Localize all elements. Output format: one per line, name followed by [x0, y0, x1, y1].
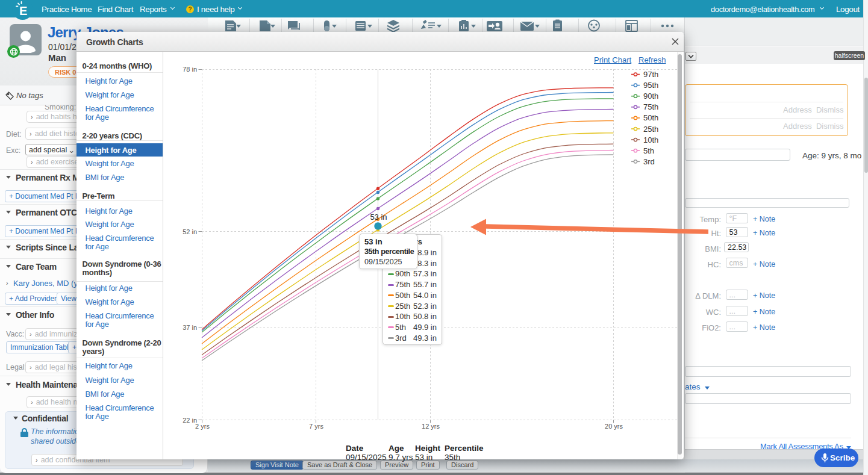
svg-text:5th: 5th [643, 146, 654, 155]
svg-text:97th: 97th [643, 70, 658, 79]
svg-text:7 yrs: 7 yrs [309, 423, 323, 430]
svg-text:90th: 90th [643, 92, 658, 101]
svg-text:E: E [19, 4, 27, 17]
svg-text:37 in: 37 in [183, 324, 197, 331]
svg-text:3rd: 3rd [643, 157, 655, 166]
svg-text:50th: 50th [643, 113, 658, 122]
svg-text:75th: 75th [643, 102, 658, 111]
svg-text:10th: 10th [643, 135, 658, 144]
svg-text:53 in: 53 in [370, 213, 387, 222]
svg-text:20 yrs: 20 yrs [605, 423, 623, 430]
svg-text:78 in: 78 in [183, 66, 197, 73]
svg-text:12 yrs: 12 yrs [422, 423, 440, 430]
svg-text:2 yrs: 2 yrs [195, 423, 210, 430]
svg-text:52 in: 52 in [183, 228, 197, 235]
svg-text:25th: 25th [643, 125, 658, 134]
svg-text:95th: 95th [643, 81, 658, 90]
